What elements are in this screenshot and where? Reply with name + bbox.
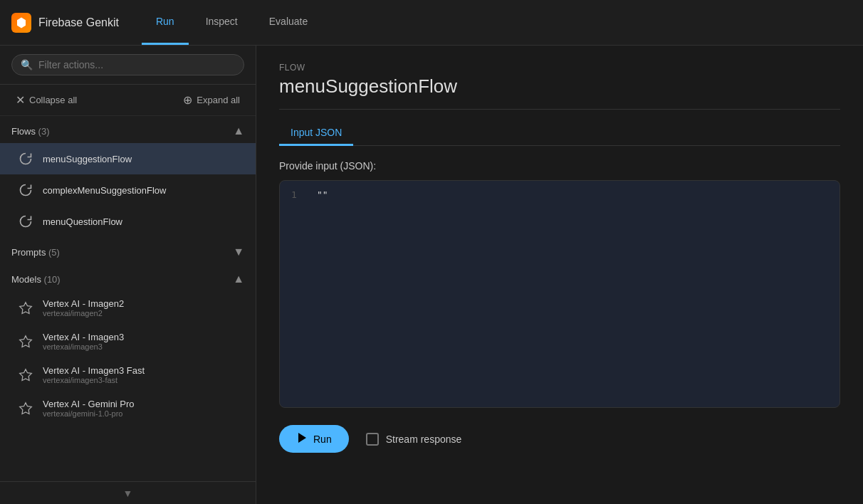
imagen3-fast-info: Vertex AI - Imagen3 Fast vertexai/imagen… bbox=[43, 365, 145, 384]
sidebar-item-imagen3-fast[interactable]: Vertex AI - Imagen3 Fast vertexai/imagen… bbox=[0, 358, 256, 392]
expand-all-button[interactable]: ⊕ Expand all bbox=[179, 90, 244, 110]
top-nav: Firebase Genkit Run Inspect Evaluate bbox=[0, 0, 863, 46]
flow-icon bbox=[17, 150, 34, 167]
tab-inspect[interactable]: Inspect bbox=[192, 0, 252, 45]
stream-response-label: Stream response bbox=[386, 434, 462, 445]
svg-marker-4 bbox=[298, 433, 306, 443]
bottom-bar: Run Stream response bbox=[279, 414, 840, 453]
flows-chevron-up-icon: ▲ bbox=[233, 125, 244, 137]
flows-items: menuSuggestionFlow complexMenuSuggestion… bbox=[0, 143, 256, 237]
flow-type-label: Flow bbox=[279, 63, 840, 73]
svg-marker-0 bbox=[20, 302, 32, 313]
main-layout: 🔍 ✕ Collapse all ⊕ Expand all Flows (3) bbox=[0, 46, 863, 504]
scroll-down-icon: ▼ bbox=[123, 488, 133, 499]
svg-marker-2 bbox=[20, 369, 32, 380]
sidebar-item-complexmenusuggestionflow[interactable]: complexMenuSuggestionFlow bbox=[0, 174, 256, 206]
sidebar-item-gemini-pro[interactable]: Vertex AI - Gemini Pro vertexai/gemini-1… bbox=[0, 392, 256, 425]
prompts-chevron-down-icon: ▼ bbox=[233, 246, 244, 258]
imagen2-info: Vertex AI - Imagen2 vertexai/imagen2 bbox=[43, 298, 124, 317]
json-editor[interactable]: 1 "" bbox=[279, 180, 840, 408]
models-items: Vertex AI - Imagen2 vertexai/imagen2 Ver… bbox=[0, 291, 256, 425]
section-flows-header[interactable]: Flows (3) ▲ bbox=[0, 116, 256, 143]
model-icon-2 bbox=[17, 333, 34, 350]
model-icon-3 bbox=[17, 367, 34, 384]
title-divider bbox=[279, 109, 840, 110]
sidebar-item-menuquestionflow[interactable]: menuQuestionFlow bbox=[0, 206, 256, 237]
model-icon bbox=[17, 300, 34, 317]
flow-icon-3 bbox=[17, 213, 34, 230]
line-content-1: "" bbox=[317, 189, 328, 200]
logo-icon bbox=[11, 13, 31, 33]
tab-run[interactable]: Run bbox=[142, 0, 189, 45]
gemini-pro-info: Vertex AI - Gemini Pro vertexai/gemini-1… bbox=[43, 399, 135, 418]
flow-icon-2 bbox=[17, 182, 34, 199]
sidebar-item-menusuggestionflow[interactable]: menuSuggestionFlow bbox=[0, 143, 256, 174]
section-prompts-header[interactable]: Prompts (5) ▼ bbox=[0, 237, 256, 264]
prompts-title: Prompts (5) bbox=[11, 247, 60, 258]
stream-response-checkbox[interactable] bbox=[366, 433, 379, 446]
collapse-icon: ✕ bbox=[16, 93, 25, 107]
models-chevron-up-icon: ▲ bbox=[233, 273, 244, 285]
sidebar-content: Flows (3) ▲ menuSuggestionFlow bbox=[0, 116, 256, 481]
search-icon: 🔍 bbox=[21, 59, 33, 70]
sidebar-item-imagen2[interactable]: Vertex AI - Imagen2 vertexai/imagen2 bbox=[0, 291, 256, 325]
stream-response-toggle[interactable]: Stream response bbox=[366, 433, 462, 446]
section-models-header[interactable]: Models (10) ▲ bbox=[0, 264, 256, 291]
search-box: 🔍 bbox=[0, 46, 256, 85]
logo-area: Firebase Genkit bbox=[11, 13, 119, 33]
sidebar-scroll-down[interactable]: ▼ bbox=[0, 481, 256, 504]
models-title: Models (10) bbox=[11, 274, 61, 285]
svg-marker-3 bbox=[20, 402, 32, 414]
provide-label: Provide input (JSON): bbox=[279, 160, 840, 172]
tab-evaluate[interactable]: Evaluate bbox=[255, 0, 322, 45]
model-icon-4 bbox=[17, 400, 34, 417]
sidebar: 🔍 ✕ Collapse all ⊕ Expand all Flows (3) bbox=[0, 46, 256, 504]
content-area: Flow menuSuggestionFlow Input JSON Provi… bbox=[256, 46, 863, 504]
flows-title: Flows (3) bbox=[11, 126, 49, 137]
imagen3-info: Vertex AI - Imagen3 vertexai/imagen3 bbox=[43, 332, 124, 351]
content-tabs: Input JSON bbox=[279, 121, 840, 146]
tab-input-json[interactable]: Input JSON bbox=[279, 121, 353, 146]
sidebar-item-imagen3[interactable]: Vertex AI - Imagen3 vertexai/imagen3 bbox=[0, 325, 256, 358]
collapse-row: ✕ Collapse all ⊕ Expand all bbox=[0, 85, 256, 116]
editor-line-1: 1 "" bbox=[291, 189, 828, 200]
collapse-all-button[interactable]: ✕ Collapse all bbox=[11, 90, 81, 110]
search-input[interactable] bbox=[38, 59, 235, 70]
svg-marker-1 bbox=[20, 335, 32, 347]
play-icon bbox=[296, 432, 308, 446]
expand-icon: ⊕ bbox=[183, 93, 192, 107]
run-button[interactable]: Run bbox=[279, 425, 349, 453]
flow-title: menuSuggestionFlow bbox=[279, 75, 840, 98]
app-title: Firebase Genkit bbox=[38, 16, 119, 29]
line-number-1: 1 bbox=[291, 189, 305, 200]
nav-tabs: Run Inspect Evaluate bbox=[142, 0, 322, 45]
search-wrapper: 🔍 bbox=[11, 54, 244, 75]
